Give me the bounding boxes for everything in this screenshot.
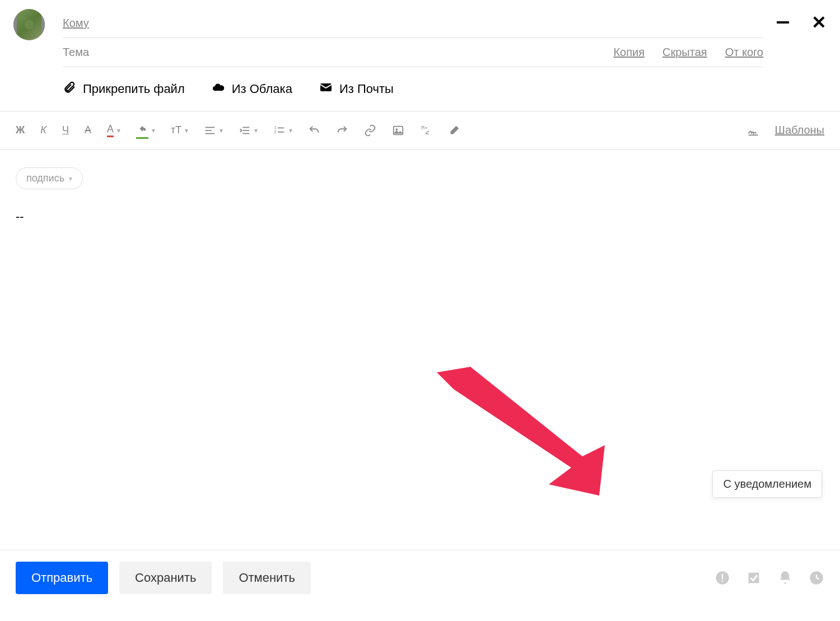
close-icon[interactable]: ✕: [811, 13, 827, 31]
bg-color-button[interactable]: [136, 122, 155, 139]
font-size-button[interactable]: тТ: [171, 124, 188, 136]
signature-dropdown[interactable]: подпись: [16, 167, 83, 189]
eraser-icon: [448, 124, 460, 137]
attach-mail-button[interactable]: Из Почты: [319, 81, 394, 97]
editor-toolbar: Ж К Ч A А тТ 12 ЯZ Шаблоны: [0, 111, 840, 150]
translit-icon: ЯZ: [420, 124, 432, 137]
attach-file-label: Прикрепить файл: [83, 82, 185, 96]
attach-cloud-label: Из Облака: [232, 82, 292, 96]
strike-button[interactable]: A: [85, 124, 91, 136]
field-links: Копия Скрытая От кого: [613, 46, 763, 59]
subject-field-row[interactable]: Тема Копия Скрытая От кого: [63, 38, 763, 67]
svg-point-12: [396, 128, 398, 130]
bcc-link[interactable]: Скрытая: [662, 46, 707, 59]
templates-link[interactable]: Шаблоны: [775, 124, 824, 137]
minimize-icon[interactable]: [777, 21, 789, 24]
to-field-row[interactable]: Кому: [63, 9, 763, 38]
cancel-button[interactable]: Отменить: [223, 562, 311, 594]
list-icon: 12: [273, 124, 286, 137]
align-button[interactable]: [204, 124, 223, 137]
list-button[interactable]: 12: [273, 124, 292, 137]
from-link[interactable]: От кого: [725, 46, 763, 59]
image-button[interactable]: [392, 124, 404, 137]
subject-label: Тема: [63, 46, 89, 59]
bg-color-icon: [136, 122, 148, 139]
eraser-button[interactable]: [448, 124, 460, 137]
font-color-icon: А: [107, 123, 114, 137]
svg-text:2: 2: [274, 129, 277, 134]
svg-text:Я: Я: [421, 125, 425, 130]
signature-icon: [747, 124, 759, 137]
paperclip-icon: [63, 81, 76, 97]
attach-cloud-button[interactable]: Из Облака: [212, 81, 292, 97]
redo-icon: [336, 124, 348, 137]
editor-body[interactable]: подпись --: [0, 150, 840, 407]
indent-icon: [239, 124, 251, 137]
attach-mail-label: Из Почты: [339, 82, 394, 96]
footer-icons: [715, 570, 824, 586]
cloud-icon: [212, 81, 225, 97]
tooltip-text: С уведомлением: [723, 478, 811, 490]
save-button[interactable]: Сохранить: [119, 562, 212, 594]
compose-fields: Кому Тема Копия Скрытая От кого: [63, 9, 763, 67]
bold-button[interactable]: Ж: [16, 124, 25, 136]
to-label: Кому: [63, 17, 89, 30]
notification-icon[interactable]: [777, 570, 793, 586]
signature-separator: --: [16, 209, 824, 224]
signature-toolbar-icon[interactable]: [747, 124, 759, 137]
window-controls: ✕: [777, 13, 827, 31]
mail-icon: [319, 81, 333, 97]
attach-row: Прикрепить файл Из Облака Из Почты: [0, 67, 840, 111]
link-button[interactable]: [364, 124, 376, 137]
italic-button[interactable]: К: [40, 124, 46, 136]
compose-footer: Отправить Сохранить Отменить: [0, 550, 840, 621]
indent-button[interactable]: [239, 124, 258, 137]
compose-header: Кому Тема Копия Скрытая От кого ✕: [0, 0, 840, 67]
svg-rect-18: [722, 574, 723, 579]
translit-button[interactable]: ЯZ: [420, 124, 432, 137]
attach-file-button[interactable]: Прикрепить файл: [63, 81, 185, 97]
avatar: [13, 9, 45, 40]
svg-rect-19: [722, 581, 723, 582]
cc-link[interactable]: Копия: [613, 46, 645, 59]
notification-tooltip: С уведомлением: [712, 470, 822, 498]
receipt-icon[interactable]: [746, 570, 762, 586]
link-icon: [364, 124, 376, 137]
font-color-button[interactable]: А: [107, 123, 120, 137]
undo-icon: [308, 124, 320, 137]
send-button[interactable]: Отправить: [16, 562, 108, 594]
underline-button[interactable]: Ч: [62, 124, 69, 136]
undo-button[interactable]: [308, 124, 320, 137]
redo-button[interactable]: [336, 124, 348, 137]
schedule-icon[interactable]: [809, 570, 824, 586]
important-icon[interactable]: [715, 570, 730, 586]
align-icon: [204, 124, 216, 137]
image-icon: [392, 124, 404, 137]
signature-label: подпись: [26, 172, 64, 184]
